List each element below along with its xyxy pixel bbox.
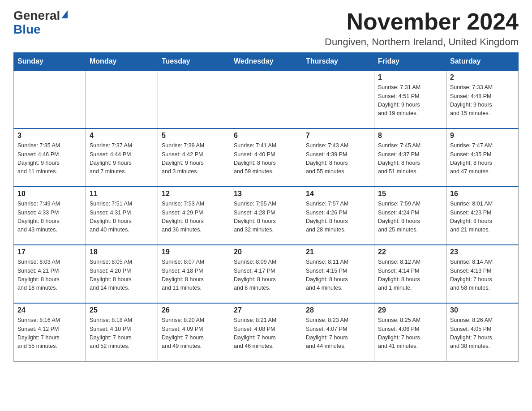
day-number: 25 [90, 306, 154, 314]
day-number: 10 [17, 190, 82, 198]
day-info: Sunrise: 7:43 AM Sunset: 4:39 PM Dayligh… [306, 141, 370, 176]
day-info: Sunrise: 8:26 AM Sunset: 4:05 PM Dayligh… [450, 316, 515, 351]
day-info: Sunrise: 7:55 AM Sunset: 4:28 PM Dayligh… [234, 200, 298, 235]
weekday-header-thursday: Thursday [302, 53, 374, 71]
day-number: 24 [17, 306, 82, 314]
day-number: 23 [450, 248, 515, 256]
weekday-header-tuesday: Tuesday [158, 53, 230, 71]
day-number: 28 [306, 306, 370, 314]
day-info: Sunrise: 7:47 AM Sunset: 4:35 PM Dayligh… [450, 141, 515, 176]
day-info: Sunrise: 8:07 AM Sunset: 4:18 PM Dayligh… [162, 258, 226, 293]
calendar-cell [158, 70, 230, 128]
calendar-cell: 18Sunrise: 8:05 AM Sunset: 4:20 PM Dayli… [86, 245, 158, 303]
weekday-header-wednesday: Wednesday [230, 53, 302, 71]
calendar-cell [14, 70, 86, 128]
day-number: 16 [450, 190, 515, 198]
day-number: 17 [17, 248, 82, 256]
calendar-cell [302, 70, 374, 128]
day-info: Sunrise: 7:39 AM Sunset: 4:42 PM Dayligh… [162, 141, 226, 176]
calendar-cell: 20Sunrise: 8:09 AM Sunset: 4:17 PM Dayli… [230, 245, 302, 303]
day-number: 14 [306, 190, 370, 198]
calendar-cell: 14Sunrise: 7:57 AM Sunset: 4:26 PM Dayli… [302, 187, 374, 245]
weekday-header-saturday: Saturday [446, 53, 519, 71]
logo: General Blue [13, 9, 68, 37]
calendar-cell: 27Sunrise: 8:21 AM Sunset: 4:08 PM Dayli… [230, 303, 302, 361]
weekday-header-sunday: Sunday [14, 53, 86, 71]
day-info: Sunrise: 8:12 AM Sunset: 4:14 PM Dayligh… [378, 258, 442, 293]
calendar-cell: 23Sunrise: 8:14 AM Sunset: 4:13 PM Dayli… [446, 245, 519, 303]
day-number: 15 [378, 190, 442, 198]
day-number: 20 [234, 248, 298, 256]
week-row-4: 17Sunrise: 8:03 AM Sunset: 4:21 PM Dayli… [14, 245, 519, 303]
calendar-cell: 21Sunrise: 8:11 AM Sunset: 4:15 PM Dayli… [302, 245, 374, 303]
day-info: Sunrise: 8:14 AM Sunset: 4:13 PM Dayligh… [450, 258, 515, 293]
day-info: Sunrise: 8:25 AM Sunset: 4:06 PM Dayligh… [378, 316, 442, 351]
day-number: 21 [306, 248, 370, 256]
day-info: Sunrise: 7:35 AM Sunset: 4:46 PM Dayligh… [17, 141, 82, 176]
day-number: 26 [162, 306, 226, 314]
month-title: November 2024 [325, 9, 519, 34]
calendar-table: SundayMondayTuesdayWednesdayThursdayFrid… [13, 52, 519, 362]
logo-blue: Blue [13, 23, 41, 37]
day-number: 29 [378, 306, 442, 314]
day-info: Sunrise: 7:45 AM Sunset: 4:37 PM Dayligh… [378, 141, 442, 176]
day-info: Sunrise: 8:20 AM Sunset: 4:09 PM Dayligh… [162, 316, 226, 351]
calendar-cell: 4Sunrise: 7:37 AM Sunset: 4:44 PM Daylig… [86, 128, 158, 187]
calendar-cell: 8Sunrise: 7:45 AM Sunset: 4:37 PM Daylig… [374, 128, 446, 187]
calendar-cell: 29Sunrise: 8:25 AM Sunset: 4:06 PM Dayli… [374, 303, 446, 361]
calendar-cell: 30Sunrise: 8:26 AM Sunset: 4:05 PM Dayli… [446, 303, 519, 361]
calendar-cell: 1Sunrise: 7:31 AM Sunset: 4:51 PM Daylig… [374, 70, 446, 128]
calendar-cell: 6Sunrise: 7:41 AM Sunset: 4:40 PM Daylig… [230, 128, 302, 187]
calendar-cell: 19Sunrise: 8:07 AM Sunset: 4:18 PM Dayli… [158, 245, 230, 303]
calendar-cell: 11Sunrise: 7:51 AM Sunset: 4:31 PM Dayli… [86, 187, 158, 245]
week-row-1: 1Sunrise: 7:31 AM Sunset: 4:51 PM Daylig… [14, 70, 519, 128]
day-number: 8 [378, 132, 442, 140]
logo-general: General [13, 9, 60, 23]
day-number: 2 [450, 73, 515, 81]
day-info: Sunrise: 8:09 AM Sunset: 4:17 PM Dayligh… [234, 258, 298, 293]
day-number: 30 [450, 306, 515, 314]
day-info: Sunrise: 8:01 AM Sunset: 4:23 PM Dayligh… [450, 200, 515, 235]
day-info: Sunrise: 7:31 AM Sunset: 4:51 PM Dayligh… [378, 83, 442, 118]
weekday-header-row: SundayMondayTuesdayWednesdayThursdayFrid… [14, 53, 519, 71]
calendar-cell: 15Sunrise: 7:59 AM Sunset: 4:24 PM Dayli… [374, 187, 446, 245]
week-row-3: 10Sunrise: 7:49 AM Sunset: 4:33 PM Dayli… [14, 187, 519, 245]
weekday-header-monday: Monday [86, 53, 158, 71]
calendar-cell: 13Sunrise: 7:55 AM Sunset: 4:28 PM Dayli… [230, 187, 302, 245]
day-info: Sunrise: 8:23 AM Sunset: 4:07 PM Dayligh… [306, 316, 370, 351]
day-number: 7 [306, 132, 370, 140]
day-number: 19 [162, 248, 226, 256]
calendar-cell: 22Sunrise: 8:12 AM Sunset: 4:14 PM Dayli… [374, 245, 446, 303]
day-info: Sunrise: 8:21 AM Sunset: 4:08 PM Dayligh… [234, 316, 298, 351]
day-info: Sunrise: 8:16 AM Sunset: 4:12 PM Dayligh… [17, 316, 82, 351]
calendar-cell: 24Sunrise: 8:16 AM Sunset: 4:12 PM Dayli… [14, 303, 86, 361]
day-number: 13 [234, 190, 298, 198]
location-title: Dungiven, Northern Ireland, United Kingd… [325, 36, 519, 48]
day-info: Sunrise: 7:51 AM Sunset: 4:31 PM Dayligh… [90, 200, 154, 235]
week-row-5: 24Sunrise: 8:16 AM Sunset: 4:12 PM Dayli… [14, 303, 519, 361]
calendar-cell: 28Sunrise: 8:23 AM Sunset: 4:07 PM Dayli… [302, 303, 374, 361]
day-number: 12 [162, 190, 226, 198]
day-info: Sunrise: 7:59 AM Sunset: 4:24 PM Dayligh… [378, 200, 442, 235]
calendar-cell: 26Sunrise: 8:20 AM Sunset: 4:09 PM Dayli… [158, 303, 230, 361]
calendar-cell [230, 70, 302, 128]
day-info: Sunrise: 7:37 AM Sunset: 4:44 PM Dayligh… [90, 141, 154, 176]
day-info: Sunrise: 7:33 AM Sunset: 4:48 PM Dayligh… [450, 83, 515, 118]
day-info: Sunrise: 7:57 AM Sunset: 4:26 PM Dayligh… [306, 200, 370, 235]
day-info: Sunrise: 8:11 AM Sunset: 4:15 PM Dayligh… [306, 258, 370, 293]
day-info: Sunrise: 7:53 AM Sunset: 4:29 PM Dayligh… [162, 200, 226, 235]
day-info: Sunrise: 7:41 AM Sunset: 4:40 PM Dayligh… [234, 141, 298, 176]
day-info: Sunrise: 8:18 AM Sunset: 4:10 PM Dayligh… [90, 316, 154, 351]
day-number: 1 [378, 73, 442, 81]
day-number: 3 [17, 132, 82, 140]
logo-triangle-icon [61, 10, 68, 18]
title-area: November 2024 Dungiven, Northern Ireland… [325, 9, 519, 48]
day-number: 5 [162, 132, 226, 140]
day-number: 27 [234, 306, 298, 314]
calendar-cell: 25Sunrise: 8:18 AM Sunset: 4:10 PM Dayli… [86, 303, 158, 361]
day-number: 18 [90, 248, 154, 256]
calendar-cell: 12Sunrise: 7:53 AM Sunset: 4:29 PM Dayli… [158, 187, 230, 245]
week-row-2: 3Sunrise: 7:35 AM Sunset: 4:46 PM Daylig… [14, 128, 519, 187]
day-number: 11 [90, 190, 154, 198]
calendar-cell: 10Sunrise: 7:49 AM Sunset: 4:33 PM Dayli… [14, 187, 86, 245]
